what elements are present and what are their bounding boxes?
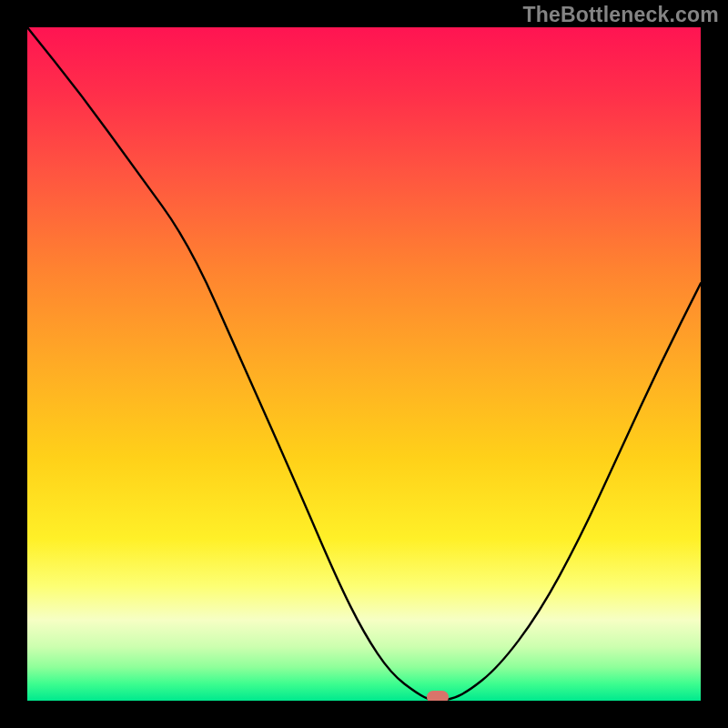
plot-area [27,27,701,701]
optimal-point-marker [427,691,449,701]
bottleneck-curve [27,27,701,701]
attribution-text: TheBottleneck.com [522,3,719,27]
chart-frame: TheBottleneck.com [0,0,728,728]
